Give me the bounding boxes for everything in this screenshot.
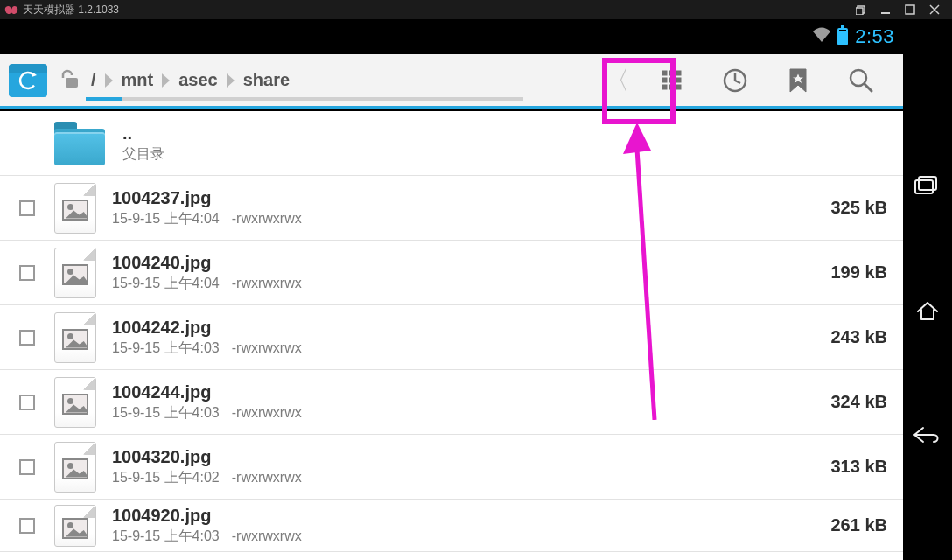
svg-rect-1	[856, 8, 863, 15]
status-clock: 2:53	[855, 25, 894, 48]
unlock-icon[interactable]	[60, 67, 82, 94]
nav-home-button[interactable]	[914, 299, 941, 326]
file-perm: -rwxrwxrwx	[232, 528, 302, 543]
window-close-button[interactable]	[922, 0, 947, 19]
chevron-right-icon	[105, 74, 113, 88]
nav-recent-button[interactable]	[914, 174, 941, 200]
file-name: 1004237.jpg	[112, 188, 831, 208]
image-file-icon	[54, 442, 96, 493]
svg-line-22	[735, 80, 740, 83]
file-perm: -rwxrwxrwx	[232, 340, 302, 355]
svg-point-8	[18, 70, 38, 91]
image-file-icon	[54, 377, 96, 428]
file-date: 15-9-15 上午4:04	[112, 276, 220, 290]
svg-rect-13	[676, 71, 681, 75]
svg-rect-15	[669, 78, 674, 82]
emulator-title: 天天模拟器 1.2.1033	[23, 3, 119, 18]
file-date: 15-9-15 上午4:02	[112, 470, 220, 485]
file-size: 261 kB	[831, 515, 888, 536]
svg-line-25	[864, 84, 872, 91]
parent-dir-name: ..	[122, 123, 887, 144]
file-row[interactable]: 1004242.jpg 15-9-15 上午4:03-rwxrwxrwx 243…	[0, 305, 903, 370]
file-checkbox[interactable]	[19, 395, 35, 410]
svg-rect-16	[676, 78, 681, 82]
emulator-titlebar: 天天模拟器 1.2.1033	[0, 0, 952, 19]
file-date: 15-9-15 上午4:03	[112, 528, 220, 543]
file-name: 1004920.jpg	[112, 506, 831, 526]
file-checkbox[interactable]	[19, 459, 35, 475]
svg-rect-14	[662, 78, 667, 82]
svg-rect-19	[676, 85, 681, 89]
history-button[interactable]	[704, 53, 766, 108]
svg-rect-17	[662, 85, 667, 89]
nav-up-button[interactable]: 〈	[593, 67, 640, 94]
svg-rect-3	[906, 5, 914, 14]
window-maximize-button[interactable]	[898, 0, 922, 19]
breadcrumb-seg-0[interactable]: mnt	[118, 70, 158, 90]
file-name: 1004240.jpg	[112, 253, 831, 273]
search-button[interactable]	[830, 53, 892, 108]
file-row[interactable]: 1004320.jpg 15-9-15 上午4:02-rwxrwxrwx 313…	[0, 435, 903, 500]
chevron-right-icon	[227, 74, 234, 88]
breadcrumb-seg-2[interactable]: share	[240, 70, 293, 90]
wifi-icon	[811, 26, 832, 47]
file-row[interactable]: 1004244.jpg 15-9-15 上午4:03-rwxrwxrwx 324…	[0, 370, 903, 435]
app-logo-icon[interactable]	[9, 64, 47, 97]
breadcrumb-underline	[86, 97, 523, 101]
emulator-logo-icon	[5, 4, 18, 15]
view-grid-button[interactable]	[640, 53, 704, 108]
file-size: 243 kB	[831, 327, 888, 347]
battery-icon	[837, 28, 848, 46]
file-size: 199 kB	[831, 262, 888, 283]
file-row[interactable]: 1004237.jpg 15-9-15 上午4:04-rwxrwxrwx 325…	[0, 176, 903, 241]
file-name: 1004320.jpg	[112, 447, 831, 467]
app-toolbar: / mnt asec share 〈	[0, 54, 903, 108]
file-name: 1004242.jpg	[112, 318, 831, 338]
file-perm: -rwxrwxrwx	[232, 276, 302, 290]
bookmarks-button[interactable]	[766, 53, 830, 108]
file-size: 324 kB	[831, 392, 888, 412]
svg-rect-10	[66, 78, 78, 88]
breadcrumb-root[interactable]: /	[88, 70, 100, 90]
nav-back-button[interactable]	[913, 424, 942, 449]
android-nav-bar	[903, 19, 952, 560]
file-checkbox[interactable]	[19, 265, 35, 281]
file-perm: -rwxrwxrwx	[232, 211, 302, 226]
file-date: 15-9-15 上午4:04	[112, 211, 220, 226]
svg-rect-11	[662, 71, 667, 75]
file-size: 313 kB	[831, 457, 888, 477]
file-date: 15-9-15 上午4:03	[112, 405, 220, 420]
file-date: 15-9-15 上午4:03	[112, 340, 220, 355]
window-minimize-button[interactable]	[873, 0, 898, 19]
svg-rect-12	[669, 71, 674, 75]
file-row[interactable]: 1004240.jpg 15-9-15 上午4:04-rwxrwxrwx 199…	[0, 241, 903, 305]
file-row[interactable]: 1004920.jpg 15-9-15 上午4:03-rwxrwxrwx 261…	[0, 500, 903, 552]
parent-dir-row[interactable]: .. 父目录	[0, 111, 903, 176]
image-file-icon	[54, 248, 96, 298]
breadcrumb-seg-1[interactable]: asec	[175, 70, 221, 90]
file-perm: -rwxrwxrwx	[232, 405, 302, 420]
file-name: 1004244.jpg	[112, 382, 831, 402]
file-perm: -rwxrwxrwx	[232, 470, 302, 485]
breadcrumb: / mnt asec share	[88, 62, 293, 99]
android-status-bar: 2:53	[0, 19, 903, 54]
file-checkbox[interactable]	[19, 518, 35, 534]
chevron-right-icon	[162, 74, 170, 88]
image-file-icon	[54, 183, 96, 234]
file-checkbox[interactable]	[19, 330, 35, 346]
image-file-icon	[54, 312, 96, 363]
svg-rect-18	[669, 85, 674, 89]
folder-icon	[54, 122, 107, 165]
file-list: .. 父目录 1004237.jpg 15-9-15 上午4:04-rwxrwx…	[0, 111, 903, 560]
file-size: 325 kB	[831, 198, 888, 218]
window-restore-button[interactable]	[849, 0, 873, 19]
parent-dir-label: 父目录	[122, 146, 164, 161]
image-file-icon	[54, 505, 96, 547]
file-checkbox[interactable]	[19, 200, 35, 216]
